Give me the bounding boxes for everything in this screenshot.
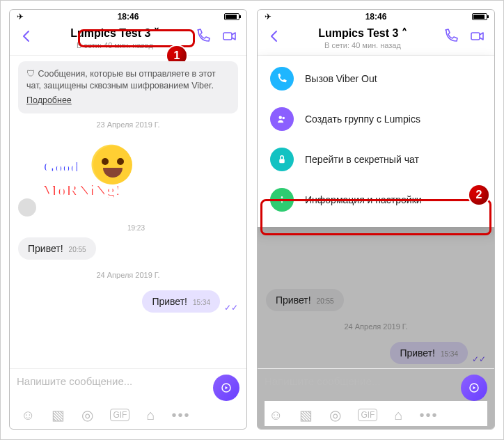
message-input[interactable]: Напишите сообщение...	[17, 375, 206, 400]
svg-point-6	[281, 196, 283, 198]
voice-message-button	[461, 375, 487, 401]
battery-icon	[224, 13, 239, 20]
svg-rect-2	[471, 33, 480, 40]
phone-left: ✈ 18:46 Lumpics Test 3 ˅ В сети: 40 мин.…	[9, 9, 247, 430]
dropdown-secret-chat[interactable]: Перейти в секретный чат	[258, 139, 494, 180]
incoming-text: Привет!	[28, 243, 63, 254]
svg-point-4	[282, 117, 285, 120]
gif-icon[interactable]: GIF	[358, 409, 377, 421]
modal-dim-overlay[interactable]	[258, 227, 494, 368]
tool-row: ☺ ▧ ◎ GIF ⌂ •••	[265, 401, 487, 426]
chevron-down-icon: ˅	[154, 27, 159, 39]
sticker-icon[interactable]: ☺	[269, 407, 283, 423]
video-call-button[interactable]	[469, 28, 486, 48]
input-bar: Напишите сообщение... ☺ ▧ ◎ GIF ⌂ •••	[258, 368, 494, 429]
header-title-area[interactable]: Lumpics Test 3 ˅ В сети: 40 мин. назад	[40, 26, 189, 49]
outgoing-time: 15:34	[193, 299, 210, 306]
chat-header: Lumpics Test 3 ˄ В сети: 40 мин. назад	[258, 24, 494, 56]
header-dropdown: Вызов Viber Out Создать группу с Lumpics…	[258, 56, 494, 227]
dropdown-label: Информация и настройки	[305, 194, 422, 205]
camera-icon[interactable]: ◎	[329, 407, 341, 423]
header-title-area[interactable]: Lumpics Test 3 ˄ В сети: 40 мин. назад	[288, 26, 437, 49]
camera-icon[interactable]: ◎	[81, 407, 93, 423]
svg-rect-7	[281, 199, 283, 203]
svg-point-3	[279, 116, 283, 120]
gallery-icon[interactable]: ▧	[52, 407, 65, 423]
dropdown-info-settings[interactable]: Информация и настройки	[258, 180, 494, 220]
annotation-badge-2: 2	[469, 185, 489, 205]
message-out-row: Привет! 15:34 ✓✓	[18, 290, 238, 313]
dropdown-label: Перейти в секретный чат	[305, 154, 419, 165]
status-time: 18:46	[258, 12, 494, 22]
shop-icon[interactable]: ⌂	[394, 407, 402, 423]
svg-rect-5	[279, 159, 285, 163]
chat-subtitle: В сети: 40 мин. назад	[288, 41, 437, 49]
back-button[interactable]	[266, 28, 283, 49]
voice-call-button[interactable]	[443, 28, 459, 48]
more-icon[interactable]: •••	[172, 407, 191, 423]
contact-avatar[interactable]	[18, 198, 36, 217]
back-button[interactable]	[18, 28, 35, 49]
date-separator-2: 24 Апреля 2019 Г.	[18, 271, 238, 279]
dropdown-create-group[interactable]: Создать группу с Lumpics	[258, 99, 494, 139]
outgoing-bubble[interactable]: Привет! 15:34	[142, 290, 220, 313]
dropdown-viber-out[interactable]: Вызов Viber Out	[258, 58, 494, 99]
voice-message-button[interactable]	[213, 375, 239, 401]
video-call-button[interactable]	[221, 28, 238, 48]
chat-body: 🛡 Сообщения, которые вы отправляете в эт…	[10, 56, 246, 368]
date-separator-1: 23 Апреля 2019 Г.	[18, 120, 238, 129]
info-icon	[270, 188, 294, 212]
chat-body-dimmed: Привет! 20:55 24 Апреля 2019 Г. Привет! …	[258, 227, 494, 368]
chat-subtitle: В сети: 40 мин. назад	[40, 41, 189, 49]
chat-title: Lumpics Test 3	[318, 27, 398, 39]
chat-header: Lumpics Test 3 ˅ В сети: 40 мин. назад	[10, 24, 246, 56]
dropdown-label: Вызов Viber Out	[305, 73, 377, 84]
incoming-time: 20:55	[69, 246, 86, 253]
encryption-text: Сообщения, которые вы отправляете в этот…	[26, 69, 216, 91]
encryption-notice: 🛡 Сообщения, которые вы отправляете в эт…	[18, 61, 238, 113]
gallery-icon[interactable]: ▧	[299, 407, 313, 423]
voice-call-button[interactable]	[195, 28, 212, 48]
svg-rect-0	[223, 33, 232, 40]
status-time: 18:46	[10, 12, 246, 22]
lock-icon	[270, 148, 294, 171]
chat-title: Lumpics Test 3	[70, 27, 150, 39]
more-icon[interactable]: •••	[420, 407, 439, 423]
outgoing-text: Привет!	[152, 296, 187, 307]
phone-out-icon	[270, 67, 294, 91]
incoming-bubble[interactable]: Привет! 20:55	[18, 237, 96, 260]
encryption-more-link[interactable]: Подробнее	[26, 95, 72, 107]
shop-icon[interactable]: ⌂	[146, 407, 155, 423]
good-morning-sticker[interactable]: Good MoRNiNg!	[40, 140, 145, 217]
message-input: Напишите сообщение...	[265, 375, 454, 400]
message-in-row: Привет! 20:55	[18, 237, 238, 260]
input-bar: Напишите сообщение... ☺ ▧ ◎ GIF ⌂ •••	[10, 368, 246, 429]
battery-icon	[472, 13, 487, 20]
status-bar: ✈ 18:46	[10, 10, 246, 24]
chevron-up-icon: ˄	[402, 27, 407, 39]
sticker-time: 19:23	[127, 224, 145, 232]
sticker-icon[interactable]: ☺	[21, 407, 35, 423]
phone-right: ✈ 18:46 Lumpics Test 3 ˄ В сети: 40 мин.…	[257, 9, 495, 430]
dropdown-label: Создать группу с Lumpics	[305, 113, 420, 125]
group-icon	[270, 107, 294, 131]
read-checks-icon: ✓✓	[224, 303, 238, 313]
tool-row: ☺ ▧ ◎ GIF ⌂ •••	[17, 401, 239, 426]
gif-icon[interactable]: GIF	[110, 409, 129, 421]
status-bar: ✈ 18:46	[258, 10, 494, 24]
message-sticker-row: Good MoRNiNg!	[18, 140, 238, 217]
